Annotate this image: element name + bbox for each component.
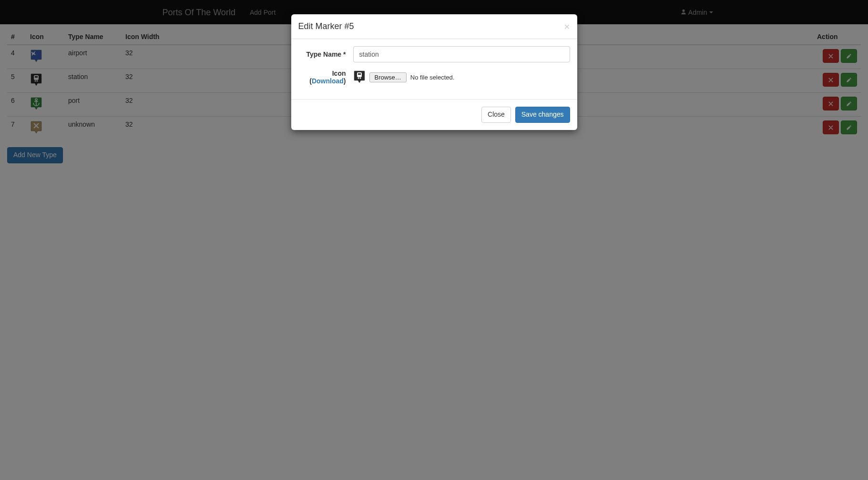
file-status-text: No file selected. bbox=[410, 74, 455, 81]
browse-button[interactable]: Browse… bbox=[369, 72, 407, 82]
save-changes-button[interactable]: Save changes bbox=[515, 107, 570, 123]
modal-footer: Close Save changes bbox=[291, 99, 577, 130]
svg-point-11 bbox=[359, 78, 361, 79]
icon-label-suffix: ) bbox=[344, 77, 346, 85]
close-button[interactable]: Close bbox=[481, 107, 511, 123]
type-name-label: Type Name * bbox=[298, 50, 353, 58]
icon-preview bbox=[353, 70, 366, 84]
svg-point-10 bbox=[357, 78, 359, 79]
modal-body: Type Name * Icon (Download) Browse… No f… bbox=[291, 39, 577, 99]
type-name-input[interactable] bbox=[353, 46, 570, 62]
modal-close-button[interactable]: × bbox=[564, 21, 570, 31]
download-link[interactable]: Download bbox=[312, 77, 344, 85]
icon-label: Icon (Download) bbox=[298, 70, 353, 85]
edit-marker-modal: Edit Marker #5 × Type Name * Icon (Downl… bbox=[291, 14, 577, 130]
modal-title: Edit Marker #5 bbox=[298, 21, 354, 31]
modal-header: Edit Marker #5 × bbox=[291, 14, 577, 39]
svg-rect-12 bbox=[358, 73, 361, 75]
